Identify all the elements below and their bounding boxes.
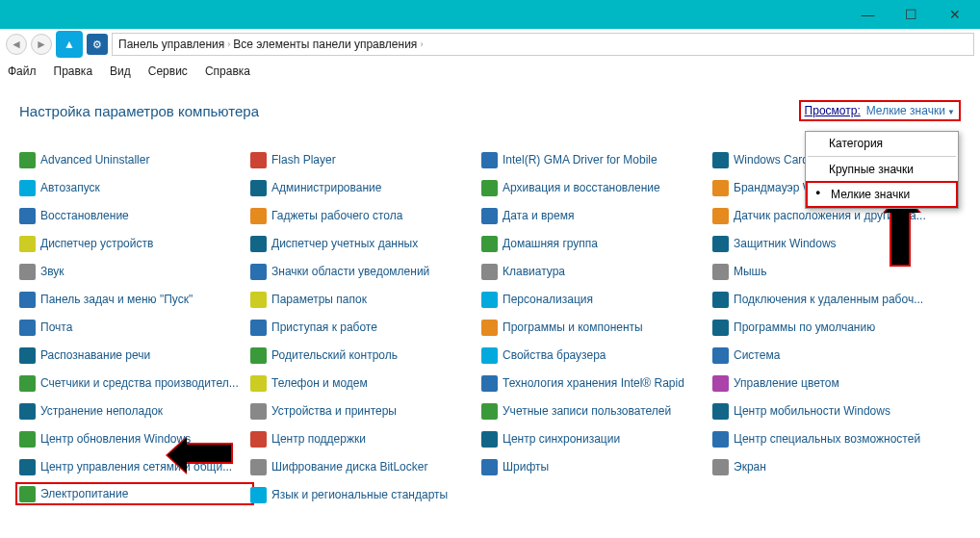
control-panel-item[interactable]: Звук xyxy=(19,262,250,281)
item-label: Звук xyxy=(40,265,64,278)
control-panel-item[interactable]: Технология хранения Intel® Rapid xyxy=(481,373,712,393)
item-label: Восстановление xyxy=(40,209,129,222)
control-panel-item[interactable]: Персонализация xyxy=(481,290,712,309)
item-icon xyxy=(712,236,729,252)
control-panel-item[interactable]: Почта xyxy=(19,318,250,337)
control-panel-item[interactable]: Flash Player xyxy=(250,150,481,169)
menu-edit[interactable]: Правка xyxy=(54,64,93,78)
control-panel-item[interactable]: Дата и время xyxy=(481,206,712,225)
item-icon xyxy=(250,152,267,168)
up-button[interactable]: ▲ xyxy=(56,31,83,58)
control-panel-item[interactable]: Распознавание речи xyxy=(19,346,250,365)
control-panel-item[interactable]: Значки области уведомлений xyxy=(250,262,481,281)
item-label: Параметры папок xyxy=(271,293,367,306)
control-panel-item[interactable]: Intel(R) GMA Driver for Mobile xyxy=(481,150,712,169)
view-label: Просмотр: xyxy=(805,104,861,117)
control-panel-item[interactable]: Подключения к удаленным рабоч... xyxy=(712,290,943,309)
control-panel-item[interactable]: Управление цветом xyxy=(712,373,943,393)
maximize-button[interactable]: ☐ xyxy=(890,0,933,29)
item-label: Система xyxy=(734,348,780,362)
item-icon xyxy=(19,459,36,475)
control-panel-item[interactable]: Свойства браузера xyxy=(481,346,712,365)
control-panel-item[interactable]: Приступая к работе xyxy=(250,318,481,337)
view-dropdown-item[interactable]: Мелкие значки xyxy=(806,181,958,208)
control-panel-item[interactable]: Центр синхронизации xyxy=(481,429,712,448)
item-label: Язык и региональные стандарты xyxy=(271,488,448,501)
item-label: Домашняя группа xyxy=(503,237,598,250)
control-panel-item[interactable]: Телефон и модем xyxy=(250,373,481,393)
control-panel-item[interactable]: Центр поддержки xyxy=(250,429,481,448)
close-button[interactable]: ✕ xyxy=(933,0,976,29)
item-icon xyxy=(712,180,729,196)
minimize-button[interactable]: — xyxy=(846,0,890,29)
item-label: Диспетчер устройств xyxy=(40,237,153,250)
menu-tools[interactable]: Сервис xyxy=(148,64,188,78)
menu-file[interactable]: Файл xyxy=(8,64,37,78)
content-area: Настройка параметров компьютера Просмотр… xyxy=(0,83,980,504)
control-panel-item[interactable]: Домашняя группа xyxy=(481,234,712,253)
control-panel-item[interactable]: Диспетчер устройств xyxy=(19,234,250,253)
forward-button[interactable]: ► xyxy=(31,34,52,55)
control-panel-item[interactable]: Диспетчер учетных данных xyxy=(250,234,481,253)
item-icon xyxy=(481,403,498,420)
control-panel-item[interactable]: Гаджеты рабочего стола xyxy=(250,206,481,225)
control-panel-item[interactable]: Экран xyxy=(712,457,943,476)
item-label: Advanced Uninstaller xyxy=(40,153,149,167)
control-panel-item[interactable]: Программы и компоненты xyxy=(481,318,712,337)
control-panel-item[interactable]: Система xyxy=(712,346,943,365)
control-panel-item[interactable]: Восстановление xyxy=(19,206,250,225)
control-panel-item[interactable]: Электропитание xyxy=(15,482,254,505)
control-panel-item[interactable]: Advanced Uninstaller xyxy=(19,150,250,169)
control-panel-item[interactable]: Панель задач и меню "Пуск" xyxy=(19,290,250,309)
control-panel-item[interactable]: Шрифты xyxy=(481,457,712,476)
control-panel-item[interactable]: Программы по умолчанию xyxy=(712,318,943,337)
control-panel-item[interactable]: Автозапуск xyxy=(19,178,250,197)
control-panel-item[interactable]: Родительский контроль xyxy=(250,346,481,365)
item-label: Центр поддержки xyxy=(271,432,366,446)
control-panel-icon[interactable]: ⚙ xyxy=(87,34,108,55)
control-panel-item[interactable]: Архивация и восстановление xyxy=(481,178,712,197)
item-label: Шифрование диска BitLocker xyxy=(271,460,427,474)
back-button[interactable]: ◄ xyxy=(6,34,27,55)
item-icon xyxy=(19,347,36,364)
view-value[interactable]: Мелкие значки xyxy=(866,104,955,117)
breadcrumb[interactable]: Все элементы панели управления xyxy=(233,38,417,51)
item-icon xyxy=(250,375,267,392)
item-label: Архивация и восстановление xyxy=(503,181,660,194)
control-panel-item[interactable]: Язык и региональные стандарты xyxy=(250,485,481,504)
item-label: Распознавание речи xyxy=(40,348,150,362)
view-selector[interactable]: Просмотр: Мелкие значки КатегорияКрупные… xyxy=(799,100,961,121)
menu-help[interactable]: Справка xyxy=(205,64,250,78)
view-dropdown-item[interactable]: Крупные значки xyxy=(806,158,958,181)
item-icon xyxy=(481,347,498,364)
view-dropdown: КатегорияКрупные значкиМелкие значки xyxy=(805,131,959,209)
control-panel-item[interactable]: Шифрование диска BitLocker xyxy=(250,457,481,476)
control-panel-item[interactable]: Параметры папок xyxy=(250,290,481,309)
control-panel-item[interactable]: Устранение неполадок xyxy=(19,401,250,421)
breadcrumb[interactable]: Панель управления xyxy=(118,38,224,51)
view-dropdown-item[interactable]: Категория xyxy=(806,132,958,155)
control-panel-item[interactable]: Устройства и принтеры xyxy=(250,401,481,421)
menu-view[interactable]: Вид xyxy=(110,64,131,78)
item-label: Клавиатура xyxy=(503,265,565,278)
control-panel-item[interactable]: Клавиатура xyxy=(481,262,712,281)
control-panel-item[interactable]: Учетные записи пользователей xyxy=(481,401,712,421)
control-panel-item[interactable]: Центр специальных возможностей xyxy=(712,429,943,448)
item-label: Почта xyxy=(40,320,72,334)
item-icon xyxy=(250,180,267,196)
item-icon xyxy=(19,180,36,196)
item-label: Телефон и модем xyxy=(271,376,368,390)
control-panel-item[interactable]: Администрирование xyxy=(250,178,481,197)
item-icon xyxy=(481,431,498,448)
annotation-arrow-left xyxy=(185,443,233,464)
item-icon xyxy=(19,375,36,392)
control-panel-item[interactable]: Счетчики и средства производител... xyxy=(19,373,250,393)
control-panel-item[interactable]: Центр мобильности Windows xyxy=(712,401,943,421)
item-label: Flash Player xyxy=(271,153,336,167)
item-icon xyxy=(712,375,729,392)
item-icon xyxy=(19,320,36,336)
item-icon xyxy=(19,152,36,168)
item-label: Экран xyxy=(734,460,766,474)
item-label: Подключения к удаленным рабоч... xyxy=(734,293,923,306)
address-bar[interactable]: Панель управления › Все элементы панели … xyxy=(112,33,974,56)
